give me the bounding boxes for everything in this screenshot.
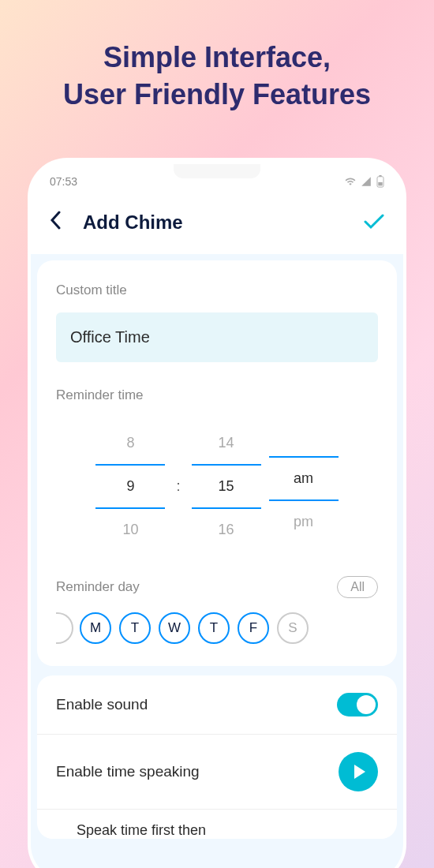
minute-column[interactable]: 14 15 16: [192, 422, 261, 551]
day-friday[interactable]: F: [238, 612, 269, 644]
page-title: Add Chime: [83, 211, 183, 234]
battery-icon: [376, 175, 384, 188]
back-button[interactable]: [50, 210, 61, 235]
enable-sound-toggle[interactable]: [337, 693, 378, 716]
phone-frame: 07:53 Add Chime Custom title Office Time…: [28, 158, 406, 868]
enable-time-speaking-label: Enable time speaking: [56, 763, 200, 780]
reminder-time-label: Reminder time: [56, 387, 378, 403]
period-prev: [269, 431, 339, 456]
minute-selected[interactable]: 15: [192, 464, 261, 509]
day-thursday[interactable]: T: [198, 612, 230, 644]
day-sunday-partial[interactable]: [56, 612, 73, 644]
hour-prev[interactable]: 8: [95, 422, 165, 464]
period-column[interactable]: am pm: [269, 431, 339, 543]
play-icon: [354, 765, 365, 779]
minute-prev[interactable]: 14: [192, 422, 261, 464]
time-colon: :: [173, 478, 183, 495]
sound-settings-card: Enable sound Enable time speaking Speak …: [37, 675, 397, 839]
checkmark-icon: [364, 214, 384, 230]
enable-sound-row: Enable sound: [37, 675, 397, 735]
days-row: M T W T F S: [56, 612, 378, 644]
day-wednesday[interactable]: W: [159, 612, 190, 644]
chevron-left-icon: [50, 211, 61, 230]
period-next[interactable]: pm: [269, 501, 339, 543]
day-monday[interactable]: M: [80, 612, 111, 644]
page-header: Add Chime: [31, 194, 403, 254]
speak-time-first-label: Speak time first then: [37, 810, 397, 839]
minute-next[interactable]: 16: [192, 509, 261, 551]
promo-headline: Simple Interface, User Friendly Features: [0, 0, 434, 114]
confirm-button[interactable]: [364, 210, 384, 235]
status-time: 07:53: [50, 175, 77, 188]
period-selected[interactable]: am: [269, 456, 339, 501]
play-button[interactable]: [339, 752, 378, 791]
day-saturday[interactable]: S: [277, 612, 309, 644]
promo-line-2: User Friendly Features: [0, 77, 434, 114]
custom-title-label: Custom title: [56, 282, 378, 298]
phone-notch: [174, 164, 260, 178]
enable-time-speaking-row: Enable time speaking: [37, 735, 397, 810]
signal-icon: [361, 176, 372, 187]
svg-rect-1: [379, 175, 382, 177]
chime-settings-card: Custom title Office Time Reminder time 8…: [37, 260, 397, 666]
svg-rect-2: [378, 182, 382, 185]
reminder-day-header: Reminder day All: [56, 576, 378, 598]
content-area: Custom title Office Time Reminder time 8…: [31, 254, 403, 868]
hour-column[interactable]: 8 9 10: [95, 422, 165, 551]
day-tuesday[interactable]: T: [119, 612, 151, 644]
status-icons: [345, 175, 384, 188]
hour-selected[interactable]: 9: [95, 464, 165, 509]
custom-title-input[interactable]: Office Time: [56, 312, 378, 362]
time-picker[interactable]: 8 9 10 : 14 15 16 am pm: [56, 422, 378, 551]
reminder-day-label: Reminder day: [56, 579, 140, 595]
all-days-button[interactable]: All: [337, 576, 378, 598]
wifi-icon: [345, 176, 356, 187]
hour-next[interactable]: 10: [95, 509, 165, 551]
enable-sound-label: Enable sound: [56, 696, 148, 713]
promo-line-1: Simple Interface,: [0, 39, 434, 77]
toggle-knob: [357, 695, 376, 714]
